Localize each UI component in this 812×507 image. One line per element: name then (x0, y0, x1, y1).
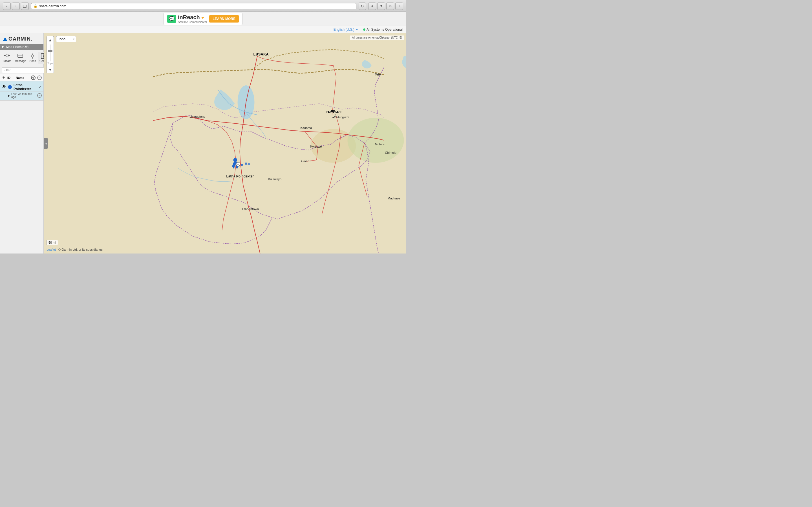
map-toggle-handle[interactable]: ◂ (44, 138, 48, 149)
svg-text:HARARE: HARARE (326, 110, 342, 114)
download-button[interactable]: ⬇ (368, 3, 376, 10)
filter-bar: ✕ (0, 66, 43, 74)
leaflet-link[interactable]: Leaflet (47, 248, 56, 251)
lock-icon: 🔒 (34, 4, 38, 8)
svg-text:LUSAKA: LUSAKA (253, 52, 269, 56)
svg-rect-6 (18, 54, 23, 57)
timestamp-text: All times are America/Chicago. (UTC -5) (352, 36, 402, 39)
svg-text:Latha Poindexter: Latha Poindexter (226, 174, 254, 178)
new-tab-button[interactable]: + (395, 3, 403, 10)
svg-text:★: ★ (266, 52, 269, 56)
scale-bar: 50 mi (47, 240, 58, 245)
table-header: 👁 ID Name ⚙ − (0, 74, 43, 81)
forward-button[interactable]: › (12, 3, 20, 10)
col-icons: ⚙ − (31, 75, 42, 80)
locate-icon (4, 53, 10, 59)
tracker-name: Latha Poindexter (13, 83, 37, 91)
svg-point-20 (245, 163, 247, 165)
garmin-logo: GARMIN. (0, 33, 43, 44)
tracker-dot (8, 85, 12, 89)
svg-text:Mutare: Mutare (375, 143, 385, 146)
eye-icon: 👁 (2, 76, 5, 80)
chat-icon: 💬 (167, 15, 176, 23)
message-icon (17, 53, 23, 59)
map-controls: ▲ Topo ▼ (47, 36, 54, 73)
svg-text:Machaze: Machaze (388, 196, 400, 200)
check-icon: ✓ (39, 85, 42, 89)
collapse-icon[interactable]: − (37, 75, 42, 80)
svg-text:Livingstone: Livingstone (190, 115, 206, 118)
inreach-brand: inReach (178, 14, 200, 20)
tabs-button[interactable]: ⧉ (386, 3, 394, 10)
address-bar[interactable]: 🔒 share.garmin.com (31, 3, 356, 9)
svg-text:Kadoma: Kadoma (301, 126, 312, 129)
browser-chrome: ‹ › 🔒 share.garmin.com ↻ ⬇ ⬆ ⧉ + (0, 0, 406, 12)
svg-text:★: ★ (333, 109, 336, 113)
map-filters-label: Map Filters (Off) (6, 45, 29, 48)
message-label: Message (15, 59, 26, 62)
settings-icon[interactable]: ⚙ (31, 75, 36, 80)
sidebar-item-message[interactable]: Message (13, 52, 28, 64)
zoom-up-button[interactable]: ▲ (47, 36, 54, 43)
map-background: Latha Poindexter LUSAKA Blantyre Tete Li… (44, 33, 406, 253)
tracker-remove-icon[interactable]: − (37, 93, 42, 98)
inreach-logo: 💬 inReach ✦ Satellite Communicator (167, 14, 207, 24)
svg-point-22 (234, 158, 238, 162)
systems-status: All Systems Operational (363, 27, 403, 32)
svg-text:Gweru: Gweru (301, 159, 310, 163)
svg-point-41 (257, 53, 258, 55)
garmin-triangle-icon (3, 37, 7, 41)
send-label: Send (30, 59, 36, 62)
svg-point-16 (238, 86, 255, 119)
scale-text: 50 mi (49, 241, 56, 244)
url-text: share.garmin.com (39, 4, 66, 8)
share-button[interactable]: ⬆ (377, 3, 385, 10)
sidebar-item-send[interactable]: Send (28, 52, 38, 64)
inreach-ad: 💬 inReach ✦ Satellite Communicator LEARN… (163, 13, 243, 25)
last-time-text: Last: 34 minutes ago (11, 93, 36, 99)
col-id-header: ID (7, 76, 13, 79)
svg-point-17 (311, 129, 356, 163)
tracker-row[interactable]: 👁 Latha Poindexter ✓ (0, 81, 43, 92)
zoom-down-button[interactable]: ▼ (47, 66, 54, 73)
banner: 💬 inReach ✦ Satellite Communicator LEARN… (0, 12, 406, 26)
svg-point-42 (331, 110, 334, 112)
svg-point-18 (348, 118, 404, 163)
svg-point-23 (236, 162, 240, 166)
inreach-star: ✦ (201, 15, 204, 20)
svg-text:Francistown: Francistown (242, 207, 259, 211)
map-svg: Latha Poindexter LUSAKA Blantyre Tete Li… (44, 33, 406, 253)
map-attribution: Leaflet | © Garmin Ltd. or its subsidiar… (47, 248, 103, 251)
top-status-bar: English (U.S.) ▼ All Systems Operational (0, 26, 406, 33)
svg-point-8 (32, 55, 34, 57)
inreach-subtitle: Satellite Communicator (178, 20, 207, 24)
sidebar-item-locate[interactable]: Locate (1, 52, 13, 64)
back-button[interactable]: ‹ (3, 3, 11, 10)
play-icon[interactable]: ▶ (8, 94, 10, 97)
attribution-text: | © Garmin Ltd. or its subsidiaries. (57, 248, 103, 251)
tracker-sub-row: ▶ Last: 34 minutes ago − (0, 92, 43, 101)
sidebar: GARMIN. Map Filters (Off) Locate Message… (0, 33, 44, 253)
status-dot (363, 29, 365, 31)
map-filters-toggle[interactable]: Map Filters (Off) (0, 44, 43, 50)
tracker-eye-icon: 👁 (2, 84, 6, 90)
garmin-text: GARMIN. (8, 36, 33, 42)
filter-input[interactable] (2, 67, 45, 73)
language-selector[interactable]: English (U.S.) ▼ (334, 27, 359, 32)
main-area: GARMIN. Map Filters (Off) Locate Message… (0, 33, 406, 253)
map-type-dropdown[interactable]: Topo Street Satellite (56, 36, 76, 42)
window-button[interactable] (21, 3, 29, 10)
locate-label: Locate (3, 59, 11, 62)
map-type-select[interactable]: Topo Street Satellite (56, 36, 76, 42)
map-timestamp: All times are America/Chicago. (UTC -5) (350, 36, 404, 40)
svg-text:Chimoio: Chimoio (385, 151, 396, 154)
learn-more-button[interactable]: LEARN MORE (209, 15, 239, 22)
svg-point-21 (241, 164, 243, 166)
map-container[interactable]: Latha Poindexter LUSAKA Blantyre Tete Li… (44, 33, 406, 253)
reload-button[interactable]: ↻ (359, 3, 366, 10)
svg-rect-15 (66, 33, 384, 253)
status-text: All Systems Operational (366, 27, 403, 32)
svg-point-19 (248, 163, 250, 165)
send-icon (30, 53, 36, 59)
svg-point-43 (335, 114, 336, 115)
